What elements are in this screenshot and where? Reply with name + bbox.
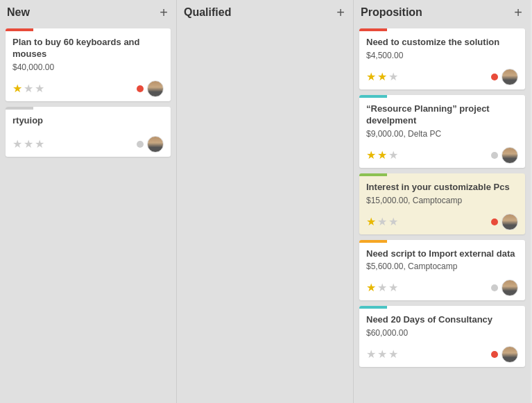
card-meta: [491, 214, 518, 230]
card-title: Need script to Import external data: [366, 248, 518, 260]
card-amount: $15,000.00, Camptocamp: [366, 196, 518, 205]
card-footer: ★★★: [359, 343, 525, 367]
card-footer: ★★★: [6, 133, 171, 157]
status-dot: [137, 141, 144, 148]
column-cards-proposition: Need to customize the solution$4,500.00★…: [354, 25, 531, 403]
card-meta: [491, 346, 518, 363]
card-meta: [491, 147, 518, 164]
status-dot: [491, 351, 498, 358]
column-title-proposition: Proposition: [361, 6, 422, 19]
card-amount: $60,000.00: [366, 328, 518, 338]
card-amount: $5,600.00, Camptocamp: [366, 261, 518, 271]
status-dot: [491, 152, 498, 159]
status-dot: [137, 85, 144, 92]
avatar: [501, 147, 518, 164]
card-stars[interactable]: ★★★: [12, 139, 44, 150]
card-footer: ★★★: [359, 66, 525, 89]
star-icon[interactable]: ★: [388, 216, 398, 228]
card-body: Need script to Import external data$5,60…: [359, 243, 525, 277]
star-icon[interactable]: ★: [377, 349, 387, 360]
card-title: rtyuiop: [12, 115, 164, 127]
card-stars[interactable]: ★★★: [366, 282, 398, 293]
kanban-board: New+Plan to buy 60 keyboards and mouses$…: [0, 0, 532, 403]
card-footer: ★★★: [359, 144, 525, 168]
star-icon[interactable]: ★: [377, 216, 387, 228]
card-stars[interactable]: ★★★: [12, 83, 44, 94]
column-cards-new: Plan to buy 60 keyboards and mouses$40,0…: [0, 25, 176, 403]
star-icon[interactable]: ★: [366, 71, 376, 83]
column-cards-qualified: [177, 25, 353, 403]
status-dot: [491, 284, 498, 291]
card-title: Need to customize the solution: [366, 37, 518, 49]
star-icon[interactable]: ★: [366, 216, 376, 228]
status-dot: [491, 218, 498, 225]
star-icon[interactable]: ★: [366, 282, 376, 293]
card-body: Need to customize the solution$4,500.00: [359, 31, 525, 66]
kanban-card[interactable]: Need script to Import external data$5,60…: [359, 240, 525, 301]
card-body: Plan to buy 60 keyboards and mouses$40,0…: [6, 31, 171, 78]
column-proposition: Proposition+Need to customize the soluti…: [354, 0, 531, 403]
column-header-proposition: Proposition+: [354, 0, 531, 25]
card-meta: [491, 69, 518, 85]
card-amount: $4,500.00: [366, 51, 518, 60]
star-icon[interactable]: ★: [366, 150, 376, 161]
star-icon[interactable]: ★: [366, 349, 376, 360]
star-icon[interactable]: ★: [377, 71, 387, 83]
column-title-qualified: Qualified: [184, 6, 231, 19]
card-meta: [137, 136, 164, 153]
card-body: Interest in your customizable Pcs$15,000…: [359, 176, 525, 211]
card-amount: $40,000.00: [12, 62, 164, 72]
card-footer: ★★★: [359, 277, 525, 300]
card-stars[interactable]: ★★★: [366, 349, 398, 360]
avatar: [501, 280, 518, 296]
card-amount: $9,000.00, Delta PC: [366, 129, 518, 139]
column-qualified: Qualified+: [177, 0, 354, 403]
star-icon[interactable]: ★: [388, 282, 398, 293]
star-icon[interactable]: ★: [388, 349, 398, 360]
column-new: New+Plan to buy 60 keyboards and mouses$…: [0, 0, 177, 403]
kanban-card[interactable]: Plan to buy 60 keyboards and mouses$40,0…: [6, 28, 171, 101]
kanban-card[interactable]: rtyuiop★★★: [6, 107, 171, 157]
star-icon[interactable]: ★: [388, 71, 398, 83]
card-meta: [491, 280, 518, 296]
card-stars[interactable]: ★★★: [366, 216, 398, 228]
card-stars[interactable]: ★★★: [366, 71, 398, 83]
card-meta: [137, 80, 164, 97]
card-stars[interactable]: ★★★: [366, 150, 398, 161]
star-icon[interactable]: ★: [35, 139, 44, 150]
card-title: Interest in your customizable Pcs: [366, 182, 518, 194]
star-icon[interactable]: ★: [377, 150, 387, 161]
star-icon[interactable]: ★: [377, 282, 387, 293]
add-card-button-qualified[interactable]: +: [335, 6, 346, 19]
kanban-card[interactable]: “Resource Planning” project develpment$9…: [359, 95, 525, 168]
card-title: Need 20 Days of Consultancy: [366, 314, 518, 326]
kanban-card[interactable]: Need 20 Days of Consultancy$60,000.00★★★: [359, 306, 525, 367]
star-icon[interactable]: ★: [35, 83, 44, 94]
column-header-qualified: Qualified+: [177, 0, 353, 25]
card-body: “Resource Planning” project develpment$9…: [359, 98, 525, 144]
star-icon[interactable]: ★: [24, 83, 33, 94]
add-card-button-new[interactable]: +: [158, 6, 169, 19]
card-footer: ★★★: [359, 211, 525, 234]
status-dot: [491, 74, 498, 80]
avatar: [501, 69, 518, 85]
star-icon[interactable]: ★: [12, 83, 22, 94]
add-card-button-proposition[interactable]: +: [513, 6, 524, 19]
avatar: [501, 214, 518, 230]
avatar: [501, 346, 518, 363]
star-icon[interactable]: ★: [24, 139, 33, 150]
card-footer: ★★★: [6, 78, 171, 101]
column-title-new: New: [7, 6, 30, 19]
column-header-new: New+: [0, 0, 176, 25]
avatar: [147, 80, 164, 97]
star-icon[interactable]: ★: [12, 139, 22, 150]
card-title: Plan to buy 60 keyboards and mouses: [12, 37, 164, 60]
card-body: rtyuiop: [6, 110, 171, 133]
card-body: Need 20 Days of Consultancy$60,000.00: [359, 309, 525, 343]
card-title: “Resource Planning” project develpment: [366, 103, 518, 127]
star-icon[interactable]: ★: [388, 150, 398, 161]
kanban-card[interactable]: Interest in your customizable Pcs$15,000…: [359, 173, 525, 234]
avatar: [147, 136, 164, 153]
kanban-card[interactable]: Need to customize the solution$4,500.00★…: [359, 28, 525, 89]
